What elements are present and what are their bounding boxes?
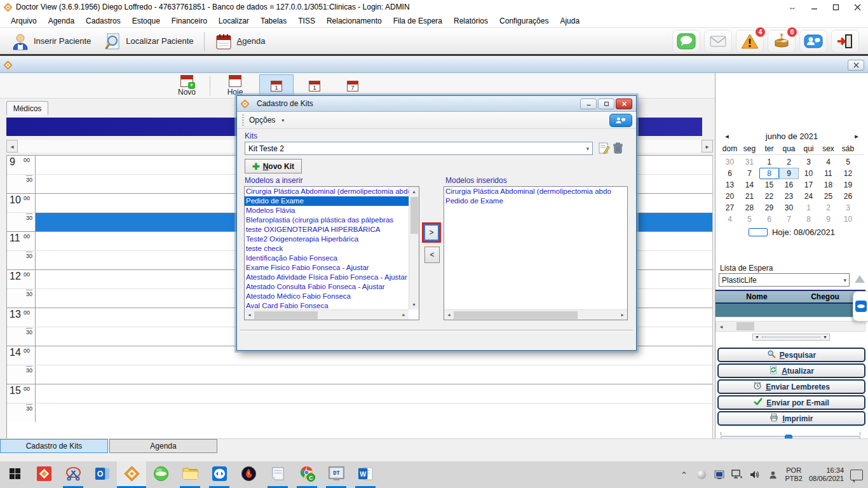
dialog-close-button[interactable] [616, 98, 632, 109]
enviar-por-e-mail-button[interactable]: Enviar por E-mail [717, 395, 865, 410]
waiting-table-hscrollbar[interactable]: ◂ [715, 321, 865, 332]
list-item[interactable]: Pedido de Exame [444, 196, 627, 206]
volume-icon[interactable] [749, 469, 761, 480]
list-item[interactable]: teste OXIGENOTERAPIA HIPERBÁRICA [245, 225, 409, 234]
calendar-day[interactable]: 2 [818, 202, 838, 214]
list-item[interactable]: Modelos Flávia [245, 206, 409, 215]
calendar-prev-button[interactable]: ◂ [720, 132, 734, 140]
action-center-icon[interactable] [850, 470, 863, 480]
tray-chevron-up-icon[interactable]: ⌃ [678, 469, 689, 480]
move-right-button[interactable]: > [424, 224, 439, 241]
imprimir-button[interactable]: Imprimir [717, 411, 865, 426]
taskbar-legacy-app-icon[interactable]: DT [322, 461, 351, 488]
calendar-next-button[interactable]: ▸ [850, 132, 864, 140]
calendar-day-focused[interactable]: 9 [779, 168, 799, 179]
menu-arquivo[interactable]: Arquivo [5, 15, 43, 27]
dialog-minimize-button[interactable] [580, 98, 597, 109]
menu-tabelas[interactable]: Tabelas [255, 15, 292, 27]
calendar-day[interactable]: 22 [759, 191, 779, 202]
compact-mode-button[interactable]: ↔ [782, 0, 803, 14]
taskbar-snipping-tool-icon[interactable] [58, 461, 88, 488]
new-kit-button[interactable]: ✚ Novo Kit [245, 159, 302, 173]
calendar-day[interactable]: 16 [779, 179, 799, 191]
tab-medicos[interactable]: Médicos [6, 101, 48, 115]
calendar-day[interactable]: 25 [818, 191, 838, 202]
calendar-today-row[interactable]: Hoje: 08/06/2021 [720, 225, 864, 239]
taskbar-security-app-icon[interactable] [234, 461, 263, 488]
scroll-thumb[interactable] [254, 311, 318, 319]
models-to-insert-list[interactable]: Cirurgia Plástica Abdominal (dermolipect… [244, 186, 419, 320]
today-button[interactable]: Hoje [215, 74, 255, 97]
tray-sphere-icon[interactable] [696, 469, 707, 480]
calendar-day[interactable]: 26 [838, 191, 858, 202]
waiting-list-select[interactable]: PlasticLife ▾ [719, 273, 850, 287]
dialog-patient-chat-button[interactable] [609, 114, 632, 127]
calendar-day[interactable]: 9 [818, 214, 838, 225]
chat-button[interactable] [672, 30, 700, 53]
scroll-right-arrow[interactable]: ▸ [618, 312, 627, 318]
agenda-slot[interactable] [36, 403, 712, 422]
teamviewer-panel-tab[interactable] [853, 291, 868, 322]
menu-relatórios[interactable]: Relatórios [448, 15, 494, 27]
list-item[interactable]: Blefaroplastia (cirurgia plástica das pá… [245, 215, 409, 225]
calendar-day[interactable]: 31 [740, 156, 759, 168]
calendar-day[interactable]: 6 [759, 214, 779, 225]
calendar-day[interactable]: 28 [740, 202, 759, 214]
menu-fila-de-espera[interactable]: Fila de Espera [388, 15, 448, 27]
enviar-lembretes-button[interactable]: Enviar Lembretes [717, 379, 865, 394]
calendar-day[interactable]: 11 [818, 168, 838, 179]
calendar-day[interactable]: 6 [720, 168, 740, 179]
tray-legacy-app-icon[interactable] [714, 469, 725, 480]
dialog-maximize-button[interactable] [598, 98, 614, 109]
scroll-thumb[interactable] [410, 197, 418, 234]
scroll-thumb[interactable] [454, 311, 578, 319]
dialog-titlebar[interactable]: Cadastro de Kits [237, 96, 636, 112]
calendar-day[interactable]: 3 [799, 156, 818, 168]
models-inserted-list[interactable]: Cirurgia Plástica Abdominal (dermolipect… [444, 186, 628, 320]
list-item[interactable]: Cirurgia Plástica Abdominal (dermolipect… [444, 187, 627, 196]
right-list-hscrollbar[interactable]: ◂ ▸ [444, 309, 627, 320]
window-tab-agenda[interactable]: Agenda [109, 439, 217, 453]
calendar-day[interactable]: 8 [799, 214, 818, 225]
list-item[interactable]: Pedido de Exame [245, 196, 409, 206]
taskbar-doctor-view-icon[interactable] [117, 461, 146, 488]
move-left-button[interactable]: < [424, 247, 440, 263]
calendar-day[interactable]: 5 [740, 214, 759, 225]
calendar-day[interactable]: 23 [779, 191, 799, 202]
left-list-hscrollbar[interactable]: ◂ ▸ [245, 309, 409, 320]
panel-splitter[interactable]: ▼ ▼ [752, 334, 830, 341]
menu-configurações[interactable]: Configurações [494, 15, 554, 27]
clock[interactable]: 16:34 08/06/2021 [809, 466, 844, 483]
calendar-day[interactable]: 4 [818, 156, 838, 168]
calendar-day[interactable]: 7 [779, 214, 799, 225]
scroll-columns-left-button[interactable]: ◂ [6, 140, 18, 152]
scroll-down-arrow[interactable]: ▾ [412, 300, 415, 309]
taskbar-red-diamond-app-icon[interactable] [29, 461, 58, 488]
list-item[interactable]: Identificação Fabio Fonseca [245, 254, 409, 263]
calendar-day[interactable]: 21 [740, 191, 759, 202]
window-tab-cadastro-de-kits[interactable]: Cadastro de Kits [0, 439, 108, 453]
list-item[interactable]: Aval Card Fabio Fonseca [245, 301, 409, 309]
insert-patient-button[interactable]: Inserir Paciente [5, 30, 97, 53]
calendar-day[interactable]: 10 [838, 214, 858, 225]
atualizar-button[interactable]: Atualizar [717, 363, 865, 378]
calendar-day[interactable]: 12 [838, 168, 858, 179]
scroll-columns-right-button[interactable]: ▸ [702, 140, 713, 152]
calendar-day[interactable]: 18 [818, 179, 838, 191]
list-item[interactable]: Atestado Médico Fabio Fonseca [245, 292, 409, 301]
calendar-day[interactable]: 20 [720, 191, 740, 202]
agenda-view-button-1[interactable]: 1 [259, 74, 294, 97]
calendar-day[interactable]: 4 [720, 214, 740, 225]
close-button[interactable] [846, 0, 868, 14]
agenda-view-button-3[interactable]: 7 [336, 74, 370, 97]
agenda-slot[interactable] [36, 384, 712, 403]
calendar-day[interactable]: 5 [838, 156, 858, 168]
list-item[interactable]: Teste2 Oxigenoterapia Hiperbárica [245, 234, 409, 244]
taskbar-outlook-icon[interactable]: O [88, 461, 117, 488]
menu-cadastros[interactable]: Cadastros [80, 15, 126, 27]
calendar-day[interactable]: 2 [779, 156, 799, 168]
scroll-left-arrow[interactable]: ◂ [245, 312, 254, 318]
birthdays-button[interactable]: 0 [768, 30, 796, 53]
exit-button[interactable] [831, 30, 859, 53]
calendar-day[interactable]: 24 [799, 191, 818, 202]
